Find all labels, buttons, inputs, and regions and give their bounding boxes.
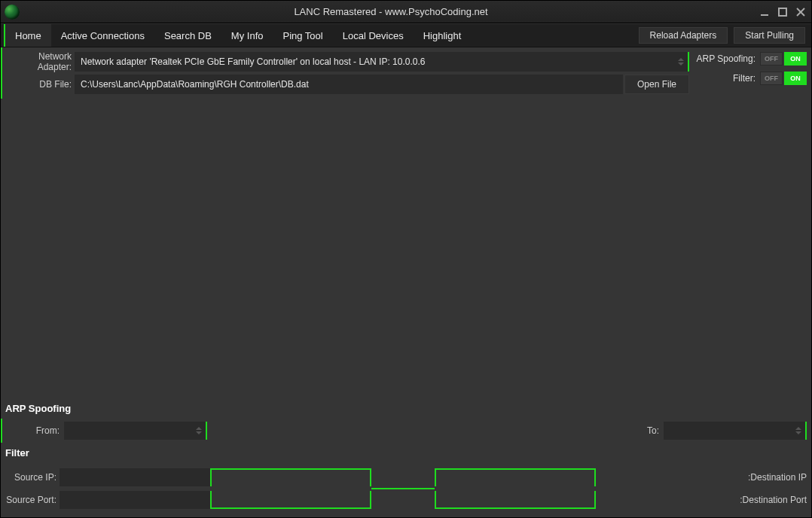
toggle-column: ARP Spoofing: OFF ON Filter: OFF ON (689, 47, 811, 88)
titlebar: LANC Remastered - www.PsychoCoding.net (1, 1, 811, 23)
source-port-label: Source Port: (4, 495, 60, 505)
start-pulling-button[interactable]: Start Pulling (734, 27, 805, 44)
filter-toggle-off[interactable]: OFF (760, 72, 783, 85)
maximize-button[interactable] (777, 6, 789, 18)
empty-area (1, 99, 811, 398)
filter-toggle-label: Filter: (694, 73, 760, 84)
globe-icon (5, 5, 20, 20)
tabs: Home Active Connections Search DB My Inf… (4, 24, 471, 47)
window-controls (759, 6, 811, 18)
arp-toggle-label: ARP Spoofing: (694, 53, 760, 64)
filter-toggle-on[interactable]: ON (784, 72, 807, 85)
svg-rect-1 (779, 8, 786, 16)
dbfile-label: DB File: (2, 79, 75, 90)
arp-from-label: From: (7, 425, 60, 436)
dbfile-input[interactable]: C:\Users\Lanc\AppData\Roaming\RGH Contro… (75, 75, 623, 94)
arp-to-select[interactable] (664, 422, 807, 440)
tab-local-devices[interactable]: Local Devices (333, 24, 414, 47)
network-adapter-select[interactable]: Network adapter 'Realtek PCIe GbE Family… (75, 52, 689, 72)
spinner-icon (676, 52, 686, 72)
reload-adapters-button[interactable]: Reload Adapters (639, 27, 728, 44)
filter-connector-line (371, 488, 435, 489)
minimize-button[interactable] (759, 6, 771, 18)
filter-connector-box-3 (210, 491, 371, 509)
arp-from-select[interactable] (64, 422, 207, 440)
arp-toggle-row: ARP Spoofing: OFF ON (694, 49, 807, 69)
app-icon (1, 1, 23, 23)
top-form-row: Network Adapter: Network adapter 'Realte… (1, 47, 811, 99)
adapter-row: Network Adapter: Network adapter 'Realte… (2, 50, 689, 73)
dbfile-row: DB File: C:\Users\Lanc\AppData\Roaming\R… (2, 73, 689, 96)
close-button[interactable] (795, 6, 807, 18)
arp-section-title: ARP Spoofing (1, 398, 811, 419)
window-title: LANC Remastered - www.PsychoCoding.net (23, 6, 759, 17)
source-ip-label: Source IP: (4, 472, 60, 483)
adapter-value: Network adapter 'Realtek PCIe GbE Family… (81, 56, 425, 67)
source-port-input[interactable] (60, 491, 210, 509)
adapter-label: Network Adapter: (2, 51, 75, 72)
tab-highlight[interactable]: Highlight (414, 24, 472, 47)
filter-toggle-row: Filter: OFF ON (694, 69, 807, 88)
content-area: Network Adapter: Network adapter 'Realte… (1, 47, 811, 517)
tab-active-connections[interactable]: Active Connections (51, 24, 154, 47)
filter-grid: Source IP: :Destination IP Source Port: … (1, 463, 811, 517)
open-file-button[interactable]: Open File (624, 75, 689, 94)
tab-my-info[interactable]: My Info (221, 24, 273, 47)
tab-ping-tool[interactable]: Ping Tool (273, 24, 332, 47)
app-window: LANC Remastered - www.PsychoCoding.net H… (0, 0, 812, 518)
arp-toggle-off[interactable]: OFF (760, 52, 783, 66)
dest-ip-label: :Destination IP (596, 472, 808, 483)
filter-connector-box-2 (435, 468, 596, 486)
source-ip-input[interactable] (60, 468, 210, 486)
filter-ip-row: Source IP: :Destination IP (4, 466, 808, 489)
arp-to-label: To: (212, 425, 659, 436)
dest-port-label: :Destination Port (596, 495, 808, 505)
arp-toggle-on[interactable]: ON (784, 52, 807, 66)
tab-search-db[interactable]: Search DB (154, 24, 221, 47)
filter-section-title: Filter (1, 443, 811, 463)
filter-connector-box-1 (210, 468, 371, 486)
arp-from-to-row: From: To: (1, 419, 811, 443)
tab-home[interactable]: Home (4, 24, 51, 47)
top-form: Network Adapter: Network adapter 'Realte… (1, 47, 689, 99)
filter-port-row: Source Port: :Destination Port (4, 489, 808, 511)
filter-connector-box-4 (435, 491, 596, 509)
tab-bar: Home Active Connections Search DB My Inf… (1, 23, 811, 47)
